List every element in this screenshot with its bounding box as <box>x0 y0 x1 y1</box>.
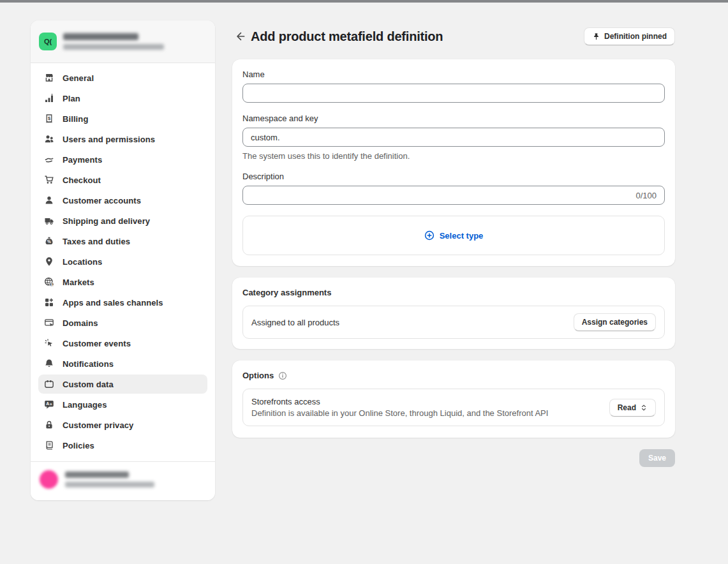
user-email-redacted <box>65 482 154 487</box>
category-assignment-row: Assigned to all products Assign categori… <box>242 306 665 339</box>
sidebar-item-label: Languages <box>63 400 107 410</box>
sidebar-item-label: Notifications <box>63 359 114 369</box>
store-meta <box>63 33 164 50</box>
sidebar-item-apps-and-sales-channels[interactable]: Apps and sales channels <box>38 293 207 312</box>
storefronts-access-title: Storefronts access <box>251 397 609 406</box>
namespace-helper-text: The system uses this to identify the def… <box>242 151 665 161</box>
sidebar-item-languages[interactable]: AaLanguages <box>38 395 207 414</box>
name-field-group: Name <box>242 70 665 103</box>
save-button[interactable]: Save <box>639 449 675 467</box>
user-name-redacted <box>65 471 129 478</box>
namespace-input[interactable] <box>242 128 665 147</box>
main-content: Add product metafield definition Definit… <box>232 27 675 467</box>
sidebar-item-customer-privacy[interactable]: Customer privacy <box>38 415 207 434</box>
assign-categories-label: Assign categories <box>582 318 648 327</box>
sidebar-item-label: Custom data <box>63 380 114 389</box>
sidebar-item-general[interactable]: General <box>38 68 207 87</box>
storefronts-access-text: Storefronts access Definition is availab… <box>251 397 609 418</box>
sidebar-item-notifications[interactable]: Notifications <box>38 354 207 373</box>
user-footer <box>31 461 215 500</box>
store-avatar: Q( <box>39 33 57 50</box>
page-title: Add product metafield definition <box>251 29 443 44</box>
users-icon <box>44 134 54 144</box>
options-card: Options Storefronts access Definition is… <box>232 360 675 438</box>
privacy-icon <box>44 420 54 430</box>
storefronts-access-select[interactable]: Read <box>609 399 656 417</box>
save-row: Save <box>232 449 675 467</box>
select-type-button[interactable]: Select type <box>242 216 665 255</box>
sidebar-item-label: Shipping and delivery <box>63 216 150 226</box>
sidebar-item-plan[interactable]: Plan <box>38 89 207 108</box>
definition-pinned-button[interactable]: Definition pinned <box>584 27 675 45</box>
payments-icon <box>44 154 54 165</box>
options-title: Options <box>242 371 274 380</box>
sidebar-item-label: Users and permissions <box>63 135 155 144</box>
sidebar-item-locations[interactable]: Locations <box>38 252 207 271</box>
store-domain-redacted <box>63 44 164 50</box>
back-button[interactable] <box>232 28 249 45</box>
sidebar-item-taxes-and-duties[interactable]: %Taxes and duties <box>38 232 207 251</box>
store-icon <box>44 73 54 83</box>
sidebar-item-checkout[interactable]: Checkout <box>38 170 207 189</box>
sidebar-item-label: Apps and sales channels <box>63 298 163 308</box>
settings-sidebar: Q( GeneralPlan$BillingUsers and permissi… <box>31 20 215 500</box>
namespace-label: Namespace and key <box>242 114 665 123</box>
definition-form-card: Name Namespace and key The system uses t… <box>232 59 675 266</box>
sidebar-item-domains[interactable]: Domains <box>38 313 207 332</box>
description-input[interactable] <box>251 191 630 200</box>
select-type-label: Select type <box>440 231 484 241</box>
sidebar-item-billing[interactable]: $Billing <box>38 109 207 128</box>
sidebar-item-label: Policies <box>63 441 94 450</box>
plan-icon <box>44 93 54 103</box>
sidebar-item-custom-data[interactable]: Custom data <box>38 375 207 394</box>
category-assignments-card: Category assignments Assigned to all pro… <box>232 278 675 349</box>
sidebar-item-label: Domains <box>63 318 98 328</box>
assign-categories-button[interactable]: Assign categories <box>574 313 656 331</box>
sidebar-item-label: Checkout <box>63 175 101 185</box>
sidebar-item-label: Locations <box>63 257 102 267</box>
chevron-up-down-icon <box>640 404 648 412</box>
customer-events-icon <box>44 338 54 348</box>
pin-icon <box>592 33 600 41</box>
sidebar-item-policies[interactable]: Policies <box>38 436 207 455</box>
sidebar-nav: GeneralPlan$BillingUsers and permissions… <box>31 63 215 461</box>
customer-accounts-icon <box>44 195 54 205</box>
svg-text:%: % <box>47 239 51 244</box>
namespace-field-group: Namespace and key The system uses this t… <box>242 114 665 161</box>
storefronts-access-description: Definition is available in your Online S… <box>251 408 609 418</box>
sidebar-item-label: Taxes and duties <box>63 237 130 246</box>
storefronts-access-value: Read <box>618 403 636 412</box>
description-field-group: Description 0/100 <box>242 172 665 205</box>
custom-data-icon <box>44 379 54 389</box>
sidebar-item-shipping-and-delivery[interactable]: Shipping and delivery <box>38 211 207 230</box>
storefronts-access-row: Storefronts access Definition is availab… <box>242 389 665 426</box>
sidebar-item-customer-events[interactable]: Customer events <box>38 334 207 353</box>
sidebar-item-label: Payments <box>63 155 102 165</box>
markets-icon: $ <box>44 277 54 287</box>
notifications-icon <box>44 359 54 369</box>
user-avatar <box>40 470 58 489</box>
sidebar-item-users-and-permissions[interactable]: Users and permissions <box>38 130 207 149</box>
info-icon[interactable] <box>278 371 287 380</box>
description-char-counter: 0/100 <box>635 191 657 200</box>
options-title-row: Options <box>242 371 665 380</box>
window-top-strip <box>0 0 728 3</box>
svg-text:$: $ <box>48 115 51 121</box>
description-label: Description <box>242 172 665 181</box>
user-meta <box>65 471 154 487</box>
policies-icon <box>44 440 54 450</box>
plus-circle-icon <box>424 230 435 241</box>
description-input-shell: 0/100 <box>242 186 665 205</box>
checkout-icon <box>44 175 54 185</box>
sidebar-item-customer-accounts[interactable]: Customer accounts <box>38 191 207 210</box>
name-label: Name <box>242 70 665 79</box>
billing-icon: $ <box>44 114 54 124</box>
shipping-icon <box>44 216 54 226</box>
sidebar-item-payments[interactable]: Payments <box>38 150 207 169</box>
sidebar-item-markets[interactable]: $Markets <box>38 272 207 292</box>
name-input[interactable] <box>242 84 665 103</box>
languages-icon: Aa <box>44 399 54 410</box>
store-name-redacted <box>63 33 138 40</box>
apps-icon <box>44 297 54 308</box>
definition-pinned-label: Definition pinned <box>604 32 667 41</box>
